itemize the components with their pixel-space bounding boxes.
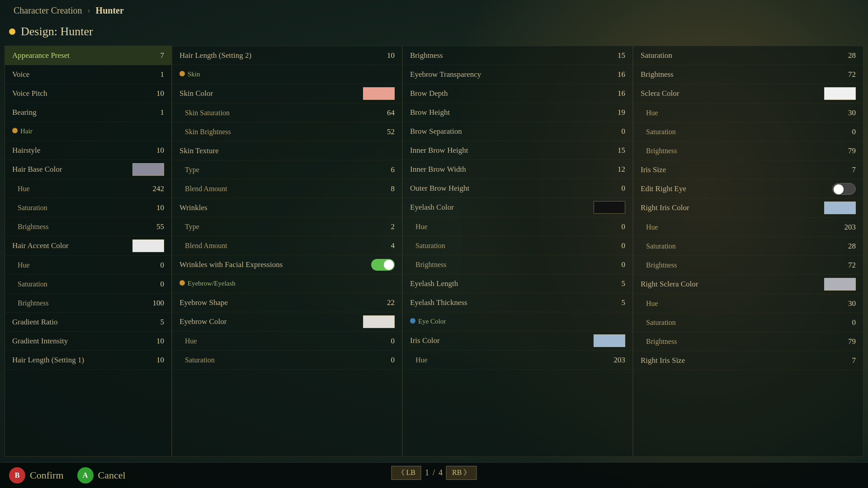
list-item[interactable]: Right Iris Size 7 bbox=[633, 351, 863, 370]
list-item[interactable]: Hue 203 bbox=[403, 351, 632, 370]
list-item[interactable]: Voice 1 bbox=[5, 65, 171, 84]
list-item[interactable]: Inner Brow Height 15 bbox=[403, 141, 632, 160]
item-label: Hue bbox=[415, 356, 428, 364]
list-item[interactable]: Saturation 0 bbox=[403, 236, 632, 255]
list-item[interactable]: Type 2 bbox=[172, 217, 402, 236]
list-item[interactable]: Brightness 72 bbox=[633, 256, 863, 275]
list-item[interactable]: Gradient Ratio 5 bbox=[5, 313, 171, 332]
list-item[interactable]: Brightness 100 bbox=[5, 294, 171, 313]
list-item[interactable]: Eyebrow Shape 22 bbox=[172, 293, 402, 312]
list-item[interactable]: Brow Separation 0 bbox=[403, 122, 632, 141]
cancel-action[interactable]: A Cancel bbox=[77, 467, 126, 483]
list-item[interactable]: Saturation 0 bbox=[5, 275, 171, 294]
list-item[interactable]: Sclera Color bbox=[633, 84, 863, 103]
list-item[interactable]: Brightness 72 bbox=[633, 65, 863, 84]
list-item[interactable]: Brightness 0 bbox=[403, 255, 632, 274]
panels-container: Appearance Preset 7 Voice 1 Voice Pitch … bbox=[0, 46, 868, 457]
list-item[interactable]: Hue 0 bbox=[172, 332, 402, 351]
item-label: Right Iris Size bbox=[641, 356, 685, 365]
list-item[interactable]: Skin Color bbox=[172, 84, 402, 103]
list-item[interactable]: Saturation 28 bbox=[633, 46, 863, 65]
list-item[interactable]: Skin Brightness 52 bbox=[172, 122, 402, 141]
confirm-action[interactable]: B Confirm bbox=[9, 467, 64, 483]
list-item[interactable]: Hairstyle 10 bbox=[5, 141, 171, 160]
item-label: Eyelash Color bbox=[410, 203, 454, 212]
list-item[interactable]: Hue 30 bbox=[633, 103, 863, 122]
item-value: 15 bbox=[603, 51, 625, 60]
color-swatch[interactable] bbox=[824, 202, 856, 214]
list-item[interactable]: Eyebrow Transparency 16 bbox=[403, 65, 632, 84]
rb-button[interactable]: RB 》 bbox=[446, 466, 476, 480]
list-item[interactable]: Hue 242 bbox=[5, 179, 171, 198]
list-item[interactable]: Brow Depth 16 bbox=[403, 84, 632, 103]
list-item: Eyebrow/Eyelash bbox=[172, 274, 402, 293]
list-item[interactable]: Gradient Intensity 10 bbox=[5, 332, 171, 351]
list-item[interactable]: Iris Size 7 bbox=[633, 160, 863, 179]
color-swatch[interactable] bbox=[363, 315, 395, 328]
item-label: Eyebrow Shape bbox=[179, 298, 228, 307]
list-item[interactable]: Hue 203 bbox=[633, 218, 863, 237]
list-item[interactable]: Saturation 0 bbox=[633, 313, 863, 332]
list-item[interactable]: Saturation 0 bbox=[172, 351, 402, 370]
list-item[interactable]: Voice Pitch 10 bbox=[5, 84, 171, 103]
list-item[interactable]: Wrinkles with Facial Expressions bbox=[172, 255, 402, 274]
item-label: Hue bbox=[415, 223, 428, 231]
item-label: Saturation bbox=[415, 242, 445, 250]
list-item[interactable]: Outer Brow Height 0 bbox=[403, 179, 632, 198]
item-label: Sclera Color bbox=[641, 89, 679, 98]
list-item[interactable]: Brightness 55 bbox=[5, 217, 171, 236]
color-swatch[interactable] bbox=[132, 239, 164, 252]
list-item[interactable]: Eyebrow Color bbox=[172, 312, 402, 332]
color-swatch[interactable] bbox=[824, 87, 856, 100]
list-item[interactable]: Brightness 79 bbox=[633, 141, 863, 160]
color-swatch[interactable] bbox=[594, 201, 625, 214]
list-item[interactable]: Edit Right Eye bbox=[633, 179, 863, 198]
list-item[interactable]: Appearance Preset 7 bbox=[5, 46, 171, 65]
list-item[interactable]: Inner Brow Width 12 bbox=[403, 160, 632, 179]
list-item[interactable]: Skin Saturation 64 bbox=[172, 103, 402, 122]
list-item[interactable]: Eyelash Length 5 bbox=[403, 274, 632, 293]
list-item[interactable]: Hue 30 bbox=[633, 294, 863, 313]
list-item[interactable]: Eyelash Color bbox=[403, 198, 632, 217]
section-dot bbox=[12, 128, 18, 133]
list-item[interactable]: Hair Length (Setting 2) 10 bbox=[172, 46, 402, 65]
item-value: 12 bbox=[603, 165, 625, 174]
item-label: Saturation bbox=[646, 242, 676, 250]
list-item[interactable]: Hair Base Color bbox=[5, 160, 171, 179]
list-item[interactable]: Hue 0 bbox=[403, 217, 632, 236]
item-value: 72 bbox=[833, 70, 856, 79]
list-item[interactable]: Hair Length (Setting 1) 10 bbox=[5, 351, 171, 370]
item-value: 5 bbox=[142, 318, 164, 327]
color-swatch[interactable] bbox=[132, 163, 164, 176]
list-item[interactable]: Iris Color bbox=[403, 331, 632, 351]
wrinkles-toggle[interactable] bbox=[371, 259, 395, 271]
list-item[interactable]: Brightness 15 bbox=[403, 46, 632, 65]
list-item[interactable]: Saturation 28 bbox=[633, 237, 863, 256]
list-item[interactable]: Brightness 79 bbox=[633, 332, 863, 351]
list-item[interactable]: Hair Accent Color bbox=[5, 236, 171, 256]
list-item[interactable]: Blend Amount 4 bbox=[172, 236, 402, 255]
edit-right-eye-toggle[interactable] bbox=[832, 183, 856, 195]
list-item[interactable]: Blend Amount 8 bbox=[172, 179, 402, 198]
color-swatch[interactable] bbox=[363, 87, 395, 100]
list-item[interactable]: Saturation 10 bbox=[5, 198, 171, 217]
item-label: Brightness bbox=[646, 338, 677, 346]
list-item[interactable]: Right Sclera Color bbox=[633, 275, 863, 294]
item-value: 16 bbox=[603, 70, 625, 79]
list-item[interactable]: Bearing 1 bbox=[5, 103, 171, 122]
lb-button[interactable]: 《 LB bbox=[392, 466, 421, 480]
list-item[interactable]: Saturation 0 bbox=[633, 122, 863, 141]
list-item[interactable]: Right Iris Color bbox=[633, 198, 863, 218]
section-header: Skin bbox=[179, 70, 200, 78]
item-label: Brow Separation bbox=[410, 127, 462, 136]
list-item[interactable]: Type 6 bbox=[172, 160, 402, 179]
cancel-label: Cancel bbox=[98, 469, 126, 481]
item-label: Hue bbox=[646, 223, 658, 231]
list-item[interactable]: Brow Height 19 bbox=[403, 103, 632, 122]
item-value: 0 bbox=[372, 356, 395, 365]
list-item[interactable]: Eyelash Thickness 5 bbox=[403, 293, 632, 312]
rb-label: RB bbox=[452, 469, 462, 476]
list-item[interactable]: Hue 0 bbox=[5, 256, 171, 275]
color-swatch[interactable] bbox=[824, 278, 856, 291]
color-swatch[interactable] bbox=[594, 334, 625, 347]
